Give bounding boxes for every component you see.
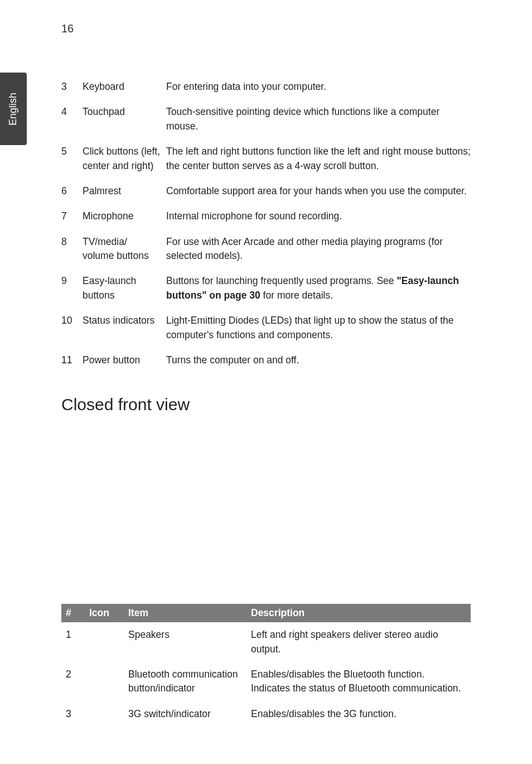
td-desc: Enables/disables the Bluetooth function.… [246,662,471,701]
td-icon [85,701,124,727]
item-description: The left and right buttons function like… [166,145,471,173]
item-description: Turns the computer on and off. [166,353,471,367]
list-item: 10 Status indicators Light-Emitting Diod… [61,314,471,342]
item-number: 9 [61,274,83,288]
list-item: 5 Click buttons (left, center and right)… [61,145,471,173]
list-item: 6 Palmrest Comfortable support area for … [61,184,471,198]
th-item: Item [124,604,246,622]
th-description: Description [246,604,471,622]
td-num: 3 [61,701,85,727]
item-number: 7 [61,209,83,223]
component-list: 3 Keyboard For entering data into your c… [61,80,471,367]
td-icon [85,622,124,662]
th-icon: Icon [85,604,124,622]
item-name: Easy-launch buttons [83,274,166,302]
list-item: 4 Touchpad Touch-sensitive pointing devi… [61,105,471,133]
item-description: Light-Emitting Diodes (LEDs) that light … [166,314,471,342]
td-num: 1 [61,622,85,662]
td-item: 3G switch/indicator [124,701,246,727]
table-row: 1 Speakers Left and right speakers deliv… [61,622,471,662]
list-item: 9 Easy-launch buttons Buttons for launch… [61,274,471,302]
item-number: 5 [61,145,83,158]
item-name: Status indicators [83,314,166,328]
list-item: 8 TV/media/ volume buttons For use with … [61,235,471,263]
item-number: 3 [61,80,83,94]
item-description: Touch-sensitive pointing device which fu… [166,105,471,133]
item-number: 10 [61,314,83,328]
components-table: # Icon Item Description 1 Speakers Left … [61,604,471,727]
th-hash: # [61,604,85,622]
td-desc: Enables/disables the 3G function. [246,701,471,727]
item-number: 8 [61,235,83,249]
item-number: 6 [61,184,83,198]
item-description: Internal microphone for sound recording. [166,209,471,223]
item-description: Buttons for launching frequently used pr… [166,274,471,302]
td-desc: Left and right speakers deliver stereo a… [246,622,471,662]
language-tab-label: English [8,92,20,125]
item-name: Power button [83,353,166,367]
desc-text: for more details. [260,290,333,301]
section-heading: Closed front view [61,395,471,414]
page-number: 16 [61,22,471,35]
item-description: Comfortable support area for your hands … [166,184,471,198]
item-name: Touchpad [83,105,166,119]
table-row: 3 3G switch/indicator Enables/disables t… [61,701,471,727]
list-item: 3 Keyboard For entering data into your c… [61,80,471,94]
item-description: For entering data into your computer. [166,80,471,94]
item-number: 4 [61,105,83,119]
table-header-row: # Icon Item Description [61,604,471,622]
td-icon [85,662,124,701]
table-row: 2 Bluetooth communication button/indicat… [61,662,471,701]
item-name: Click buttons (left, center and right) [83,145,166,173]
item-number: 11 [61,353,83,367]
td-num: 2 [61,662,85,701]
list-item: 11 Power button Turns the computer on an… [61,353,471,367]
list-item: 7 Microphone Internal microphone for sou… [61,209,471,223]
item-name: Microphone [83,209,166,223]
item-description: For use with Acer Arcade and other media… [166,235,471,263]
item-name: TV/media/ volume buttons [83,235,166,263]
td-item: Speakers [124,622,246,662]
language-tab: English [0,73,27,145]
td-item: Bluetooth communication button/indicator [124,662,246,701]
desc-text: Buttons for launching frequently used pr… [166,275,396,286]
item-name: Keyboard [83,80,166,94]
item-name: Palmrest [83,184,166,198]
